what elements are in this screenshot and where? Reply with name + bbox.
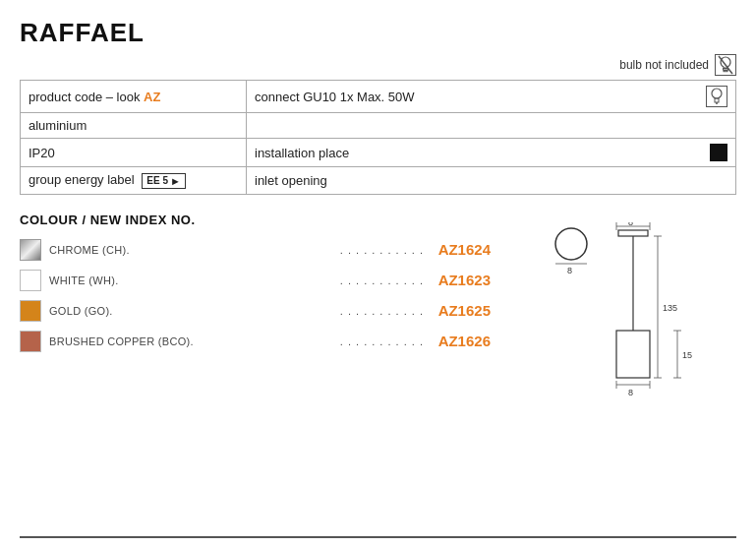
colour-item: WHITE (WH).. . . . . . . . . . .AZ1623 xyxy=(20,270,491,291)
bottom-border xyxy=(20,536,736,538)
colour-dots: . . . . . . . . . . . xyxy=(340,274,424,286)
energy-badge: EE 5 ► xyxy=(142,173,186,189)
material-right-cell xyxy=(247,113,736,139)
energy-label-text: group energy label xyxy=(29,172,135,187)
colour-item: GOLD (GO).. . . . . . . . . . .AZ1625 xyxy=(20,300,491,322)
colour-label: CHROME (CH). xyxy=(49,244,332,256)
info-table: product code – look AZ connect GU10 1x M… xyxy=(20,80,736,195)
colour-label: GOLD (GO). xyxy=(49,305,332,317)
colour-code: AZ1625 xyxy=(432,302,491,319)
socket-icon xyxy=(706,86,727,107)
svg-text:135: 135 xyxy=(663,303,677,313)
product-code-highlight: AZ xyxy=(144,90,160,104)
bulb-note-row: bulb not included xyxy=(20,54,736,76)
installation-icon xyxy=(710,144,727,161)
product-title: RAFFAEL xyxy=(20,18,736,48)
colour-label: WHITE (WH). xyxy=(49,274,332,286)
material-cell: aluminium xyxy=(21,113,247,139)
bulb-note-text: bulb not included xyxy=(619,58,709,72)
svg-text:8: 8 xyxy=(628,388,633,397)
energy-cell: group energy label EE 5 ► xyxy=(21,167,247,195)
colour-code: AZ1623 xyxy=(432,272,491,288)
colour-item: BRUSHED COPPER (BCO).. . . . . . . . . .… xyxy=(20,331,491,352)
energy-badge-text: EE 5 xyxy=(146,175,168,186)
svg-text:15: 15 xyxy=(682,350,692,360)
colour-swatch xyxy=(20,331,41,352)
ip-cell: IP20 xyxy=(21,139,247,167)
svg-rect-9 xyxy=(618,230,648,236)
colour-dots: . . . . . . . . . . . xyxy=(340,335,424,347)
svg-point-3 xyxy=(712,89,722,98)
inlet-cell: inlet opening xyxy=(247,167,736,195)
svg-point-6 xyxy=(555,228,587,260)
page: RAFFAEL bulb not included product code –… xyxy=(0,0,756,548)
table-row-product-code: product code – look AZ connect GU10 1x M… xyxy=(21,81,736,113)
connect-cell: connect GU10 1x Max. 50W xyxy=(247,81,736,113)
colour-list: CHROME (CH).. . . . . . . . . . .AZ1624W… xyxy=(20,239,491,352)
bottom-section: COLOUR / NEW INDEX NO. CHROME (CH).. . .… xyxy=(20,213,736,419)
product-code-label: product code – look xyxy=(29,90,140,104)
colour-label: BRUSHED COPPER (BCO). xyxy=(49,335,332,347)
svg-text:8: 8 xyxy=(628,222,633,227)
colour-heading: COLOUR / NEW INDEX NO. xyxy=(20,213,491,227)
colour-item: CHROME (CH).. . . . . . . . . . .AZ1624 xyxy=(20,239,491,261)
installation-cell: installation place xyxy=(247,139,736,167)
bulb-icon xyxy=(715,54,736,76)
diagram-section: 8 135 8 xyxy=(500,213,736,419)
table-row-ip: IP20 installation place xyxy=(21,139,736,167)
technical-diagram: 8 135 8 xyxy=(520,222,717,419)
svg-rect-1 xyxy=(724,71,727,72)
svg-rect-0 xyxy=(724,69,728,71)
colour-dots: . . . . . . . . . . . xyxy=(340,244,424,256)
colours-section: COLOUR / NEW INDEX NO. CHROME (CH).. . .… xyxy=(20,213,491,419)
energy-arrow: ► xyxy=(170,175,181,187)
colour-code: AZ1626 xyxy=(432,333,491,349)
svg-text:8: 8 xyxy=(567,266,572,275)
colour-swatch xyxy=(20,300,41,322)
svg-rect-11 xyxy=(616,331,650,378)
colour-code: AZ1624 xyxy=(432,241,491,258)
table-row-energy: group energy label EE 5 ► inlet opening xyxy=(21,167,736,195)
connect-text: connect GU10 1x Max. 50W xyxy=(255,90,415,104)
colour-dots: . . . . . . . . . . . xyxy=(340,305,424,317)
product-code-cell: product code – look AZ xyxy=(21,81,247,113)
table-row-material: aluminium xyxy=(21,113,736,139)
colour-swatch xyxy=(20,270,41,291)
installation-text: installation place xyxy=(255,146,349,160)
colour-swatch xyxy=(20,239,41,261)
